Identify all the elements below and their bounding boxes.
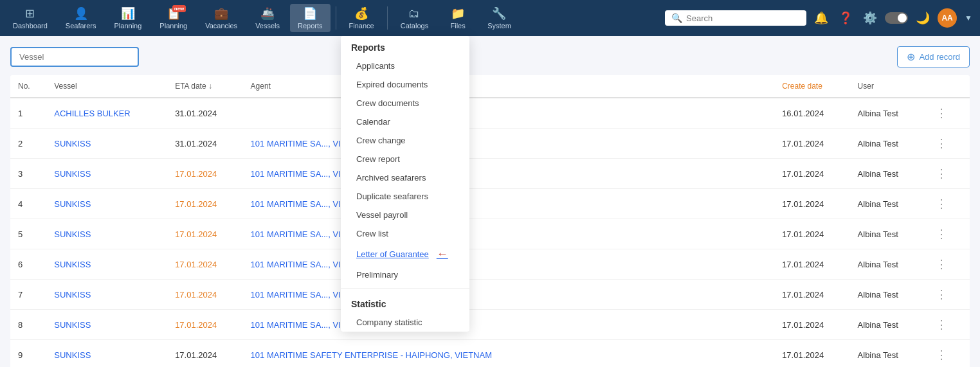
table-row: 2 SUNKISS 31.01.2024 101 MARITIME SA...,…: [10, 129, 970, 159]
vessel-link[interactable]: SUNKISS: [54, 169, 91, 179]
cell-user: Albina Test: [850, 249, 924, 280]
dropdown-item-vessel-payroll[interactable]: Vessel payroll: [341, 206, 469, 224]
add-record-label: Add record: [919, 52, 960, 62]
vessel-link[interactable]: SUNKISS: [54, 320, 91, 330]
help-icon[interactable]: ❓: [836, 8, 855, 28]
table-row: 5 SUNKISS 17.01.2024 101 MARITIME SA...,…: [10, 219, 970, 249]
nav-dashboard-label: Dashboard: [13, 22, 48, 30]
finance-icon: 💰: [354, 6, 368, 21]
col-vessel: Vessel: [46, 75, 167, 98]
cell-spacer: [581, 189, 774, 219]
vessel-link[interactable]: ACHILLES BULKER: [54, 109, 131, 118]
dropdown-item-applicants[interactable]: Applicants: [341, 57, 469, 75]
vessel-link[interactable]: SUNKISS: [54, 350, 91, 360]
vessel-link[interactable]: SUNKISS: [54, 260, 91, 269]
dropdown-item-letter-of-guarantee[interactable]: Letter of Guarantee←: [341, 243, 469, 265]
row-more-button[interactable]: ⋮: [932, 286, 951, 303]
cell-vessel: SUNKISS: [46, 219, 167, 249]
nav-catalogs[interactable]: 🗂 Catalogs: [393, 4, 436, 32]
cell-no: 7: [10, 280, 46, 310]
nav-vessels[interactable]: 🚢 Vessels: [248, 4, 287, 32]
dropdown-menu-container: Reports ApplicantsExpired documentsCrew …: [341, 36, 469, 332]
row-more-button[interactable]: ⋮: [932, 195, 951, 212]
dropdown-item-expired-docs[interactable]: Expired documents: [341, 75, 469, 94]
top-navigation: ⊞ Dashboard 👤 Seafarers 📊 Planning new 📋…: [0, 0, 980, 36]
cell-no: 4: [10, 189, 46, 219]
avatar[interactable]: AA: [938, 8, 957, 28]
row-more-button[interactable]: ⋮: [932, 105, 951, 121]
nav-right: 🔍 🔔 ❓ ⚙️ 🌙 AA ▼: [665, 8, 975, 28]
nav-files[interactable]: 📁 Files: [439, 4, 477, 32]
nav-system[interactable]: 🔧 System: [480, 4, 519, 32]
settings-icon[interactable]: ⚙️: [860, 8, 880, 28]
nav-seafarers[interactable]: 👤 Seafarers: [58, 4, 104, 32]
nav-vacancies[interactable]: 💼 Vacancies: [197, 4, 245, 32]
dropdown-item-preliminary[interactable]: Preliminary: [341, 265, 469, 284]
search-input[interactable]: [686, 13, 800, 23]
vessel-link[interactable]: SUNKISS: [54, 139, 91, 148]
row-more-button[interactable]: ⋮: [932, 135, 951, 152]
cell-more: ⋮: [924, 159, 970, 189]
dropdown-item-calendar[interactable]: Calendar: [341, 112, 469, 131]
dropdown-item-archived-seafarers[interactable]: Archived seafarers: [341, 168, 469, 187]
cell-create-date: 17.01.2024: [774, 159, 849, 189]
theme-toggle[interactable]: [885, 12, 908, 24]
dropdown-item-crew-report[interactable]: Crew report: [341, 150, 469, 168]
dropdown-item-company-statistic[interactable]: Company statistic: [341, 313, 469, 332]
cell-eta: 31.01.2024: [167, 98, 242, 129]
nav-vacancies-label: Vacancies: [205, 22, 237, 30]
search-container[interactable]: 🔍: [665, 10, 806, 26]
dropdown-item-crew-list[interactable]: Crew list: [341, 224, 469, 243]
dropdown-item-crew-change[interactable]: Crew change: [341, 131, 469, 150]
notification-bell-icon[interactable]: 🔔: [812, 8, 831, 28]
avatar-chevron-icon[interactable]: ▼: [962, 11, 975, 25]
row-more-button[interactable]: ⋮: [932, 226, 951, 242]
row-more-button[interactable]: ⋮: [932, 316, 951, 333]
cell-create-date: 16.01.2024: [774, 98, 849, 129]
cell-user: Albina Test: [850, 159, 924, 189]
cell-no: 9: [10, 340, 46, 368]
col-no: No.: [10, 75, 46, 98]
row-more-button[interactable]: ⋮: [932, 165, 951, 182]
nav-finance[interactable]: 💰 Finance: [341, 4, 382, 32]
vessel-link[interactable]: SUNKISS: [54, 290, 91, 300]
table-row: 6 SUNKISS 17.01.2024 101 MARITIME SA...,…: [10, 249, 970, 280]
table-row: 9 SUNKISS 17.01.2024 101 MARITIME SAFETY…: [10, 340, 970, 368]
table-row: 4 SUNKISS 17.01.2024 101 MARITIME SA...,…: [10, 189, 970, 219]
cell-create-date: 17.01.2024: [774, 129, 849, 159]
cell-more: ⋮: [924, 340, 970, 368]
nav-files-label: Files: [451, 22, 466, 30]
cell-more: ⋮: [924, 249, 970, 280]
vessel-link[interactable]: SUNKISS: [54, 199, 91, 209]
nav-planning[interactable]: 📊 Planning: [107, 4, 150, 32]
col-create-date: Create date: [774, 75, 849, 98]
cell-more: ⋮: [924, 280, 970, 310]
col-user: User: [850, 75, 924, 98]
nav-finance-label: Finance: [349, 22, 374, 30]
row-more-button[interactable]: ⋮: [932, 346, 951, 363]
night-mode-icon[interactable]: 🌙: [913, 8, 932, 28]
dropdown-item-crew-docs[interactable]: Crew documents: [341, 94, 469, 112]
cell-vessel: SUNKISS: [46, 189, 167, 219]
vessel-link[interactable]: SUNKISS: [54, 229, 91, 239]
cell-no: 2: [10, 129, 46, 159]
nav-planning2[interactable]: new 📋 Planning: [152, 4, 195, 32]
cell-vessel: SUNKISS: [46, 249, 167, 280]
reports-dropdown: Reports ApplicantsExpired documentsCrew …: [341, 36, 469, 332]
nav-dashboard[interactable]: ⊞ Dashboard: [5, 4, 55, 32]
table-row: 8 SUNKISS 17.01.2024 101 MARITIME SA...,…: [10, 310, 970, 340]
cell-create-date: 17.01.2024: [774, 310, 849, 340]
col-eta-date[interactable]: ETA date: [167, 75, 242, 98]
dropdown-item-duplicate-seafarers[interactable]: Duplicate seafarers: [341, 187, 469, 206]
dropdown-items: ApplicantsExpired documentsCrew document…: [341, 57, 469, 284]
nav-reports[interactable]: 📄 Reports: [290, 4, 331, 32]
cell-spacer: [581, 249, 774, 280]
nav-planning-label: Planning: [114, 22, 142, 30]
cell-more: ⋮: [924, 219, 970, 249]
reports-icon: 📄: [303, 6, 317, 21]
vessel-filter-input[interactable]: [10, 47, 139, 67]
dashboard-icon: ⊞: [25, 6, 35, 21]
table-header-row: No. Vessel ETA date Agent Create date Us…: [10, 75, 970, 98]
row-more-button[interactable]: ⋮: [932, 256, 951, 273]
add-record-button[interactable]: ⊕ Add record: [897, 46, 970, 67]
